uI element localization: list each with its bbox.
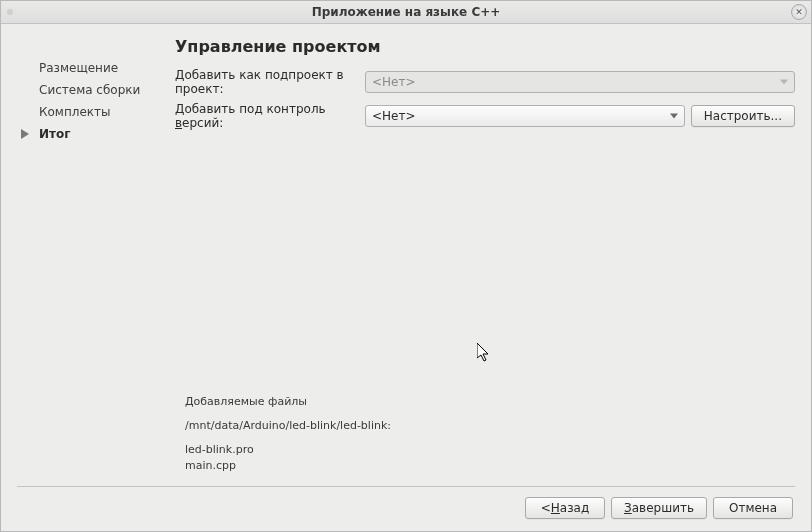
configure-vcs-button[interactable]: Настроить... — [691, 105, 795, 127]
chevron-down-icon — [670, 114, 678, 119]
back-button-accel: Н — [551, 501, 560, 515]
files-path: /mnt/data/Arduino/led-blink/led-blink: — [185, 418, 795, 434]
wizard-step-kits: Комплекты — [39, 105, 157, 119]
wizard-step-location: Размещение — [39, 61, 157, 75]
titlebar: Приложение на языке С++ ✕ — [1, 1, 811, 24]
select-vcs[interactable]: <Нет> — [365, 105, 685, 127]
chevron-down-icon — [780, 80, 788, 85]
files-block: Добавляемые файлы /mnt/data/Arduino/led-… — [185, 394, 795, 474]
page-heading: Управление проектом — [175, 37, 795, 56]
row-vcs: Добавить под контроль версий: <Нет> Наст… — [175, 102, 795, 130]
select-subproject: <Нет> — [365, 71, 795, 93]
content-area: Размещение Система сборки Комплекты Итог… — [1, 23, 811, 531]
wizard-step-buildsystem: Система сборки — [39, 83, 157, 97]
files-caption: Добавляемые файлы — [185, 394, 795, 410]
separator — [17, 486, 795, 487]
list-item: main.cpp — [185, 458, 795, 474]
app-window: Приложение на языке С++ ✕ Размещение Сис… — [0, 0, 812, 532]
label-vcs: Добавить под контроль версий: — [175, 102, 365, 130]
back-button-post: азад — [560, 501, 589, 515]
select-subproject-value: <Нет> — [372, 75, 416, 89]
list-item: led-blink.pro — [185, 442, 795, 458]
finish-button-post: авершить — [632, 501, 694, 515]
finish-button[interactable]: Завершить — [611, 497, 707, 519]
close-icon[interactable]: ✕ — [791, 4, 807, 20]
label-vcs-pre: Добавить под контроль — [175, 102, 326, 116]
label-vcs-post: ерсий: — [182, 116, 223, 130]
cancel-button[interactable]: Отмена — [713, 497, 793, 519]
body: Размещение Система сборки Комплекты Итог… — [17, 37, 795, 480]
back-button[interactable]: < Назад — [525, 497, 605, 519]
back-button-pre: < — [541, 501, 551, 515]
footer-buttons: < Назад Завершить Отмена — [17, 497, 795, 519]
files-list: led-blink.pro main.cpp — [185, 442, 795, 474]
select-vcs-value: <Нет> — [372, 109, 416, 123]
window-title: Приложение на языке С++ — [312, 5, 501, 19]
label-subproject: Добавить как подпроект в проект: — [175, 68, 365, 96]
titlebar-dot-icon — [7, 9, 13, 15]
main-panel: Управление проектом Добавить как подпрое… — [157, 37, 795, 480]
finish-button-accel: З — [624, 501, 632, 515]
wizard-sidebar: Размещение Система сборки Комплекты Итог — [17, 37, 157, 480]
row-subproject: Добавить как подпроект в проект: <Нет> — [175, 68, 795, 96]
wizard-step-summary: Итог — [39, 127, 157, 141]
